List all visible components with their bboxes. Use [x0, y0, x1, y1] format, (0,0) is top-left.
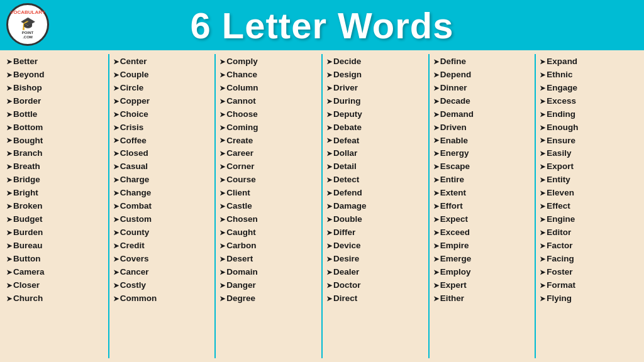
header: VOCABULARY 🎓 POINT.COM 6 Letter Words — [0, 0, 644, 50]
word-text: Damage — [333, 200, 367, 213]
column-4: ➤Decide➤Design➤Driver➤During➤Deputy➤Deba… — [323, 54, 430, 358]
word-item: ➤Depend — [433, 69, 531, 82]
arrow-icon: ➤ — [326, 135, 332, 146]
arrow-icon: ➤ — [6, 109, 12, 120]
word-item: ➤Button — [6, 253, 104, 266]
word-item: ➤Credit — [113, 239, 211, 253]
word-text: Easily — [547, 147, 571, 160]
word-item: ➤Course — [219, 173, 318, 187]
word-text: Design — [333, 69, 362, 82]
arrow-icon: ➤ — [540, 267, 545, 278]
word-item: ➤Driver — [326, 82, 425, 95]
word-text: Device — [333, 239, 361, 253]
word-text: Emerge — [440, 253, 472, 266]
word-text: Better — [13, 55, 38, 69]
arrow-icon: ➤ — [540, 109, 545, 120]
word-item: ➤Excess — [540, 95, 638, 108]
word-text: Extent — [440, 187, 466, 200]
word-item: ➤Beyond — [6, 69, 104, 82]
word-text: Bought — [13, 134, 43, 148]
arrow-icon: ➤ — [219, 228, 225, 238]
word-text: Dinner — [440, 82, 467, 95]
word-item: ➤Career — [219, 147, 318, 160]
word-text: Facing — [547, 253, 574, 266]
arrow-icon: ➤ — [326, 148, 332, 159]
word-text: Defend — [333, 187, 362, 200]
word-item: ➤Damage — [326, 200, 425, 213]
word-item: ➤Defeat — [326, 134, 425, 148]
word-text: Expand — [547, 55, 577, 69]
arrow-icon: ➤ — [6, 188, 12, 199]
word-item: ➤Foster — [540, 266, 638, 279]
word-text: County — [120, 226, 150, 239]
word-text: Differ — [333, 226, 355, 239]
word-text: Exceed — [440, 226, 470, 239]
word-item: ➤Breath — [6, 160, 104, 173]
word-text: Church — [13, 292, 43, 305]
word-item: ➤Ensure — [540, 134, 638, 148]
word-text: Column — [226, 82, 258, 95]
word-item: ➤Dollar — [326, 147, 425, 160]
word-item: ➤Effect — [540, 200, 638, 213]
arrow-icon: ➤ — [433, 109, 439, 120]
arrow-icon: ➤ — [433, 241, 439, 251]
word-item: ➤Engage — [540, 82, 638, 95]
word-item: ➤Design — [326, 69, 425, 82]
word-text: Dollar — [333, 147, 357, 160]
arrow-icon: ➤ — [433, 188, 439, 199]
word-text: Define — [440, 55, 466, 69]
arrow-icon: ➤ — [433, 96, 439, 107]
word-text: Carbon — [226, 239, 256, 253]
content-area: ➤Better➤Beyond➤Bishop➤Border➤Bottle➤Bott… — [0, 50, 644, 362]
arrow-icon: ➤ — [219, 293, 225, 304]
word-text: Empire — [440, 239, 469, 253]
word-item: ➤Degree — [219, 292, 318, 305]
word-item: ➤Enough — [540, 121, 638, 134]
word-text: Change — [120, 187, 152, 200]
arrow-icon: ➤ — [433, 267, 439, 278]
word-item: ➤Coffee — [113, 134, 211, 148]
word-text: Comply — [226, 55, 258, 69]
word-item: ➤Copper — [113, 95, 211, 108]
word-text: Choose — [226, 108, 258, 121]
arrow-icon: ➤ — [433, 201, 439, 212]
word-text: Expert — [440, 279, 467, 292]
word-item: ➤Combat — [113, 200, 211, 213]
arrow-icon: ➤ — [433, 148, 439, 159]
word-item: ➤Editor — [540, 226, 638, 239]
arrow-icon: ➤ — [113, 83, 119, 94]
arrow-icon: ➤ — [326, 175, 332, 185]
word-item: ➤Circle — [113, 82, 211, 95]
word-text: Beyond — [13, 69, 45, 82]
word-text: Factor — [547, 239, 572, 253]
word-item: ➤Either — [433, 292, 531, 305]
arrow-icon: ➤ — [540, 70, 545, 80]
word-item: ➤Closer — [6, 279, 104, 292]
arrow-icon: ➤ — [326, 228, 332, 238]
word-text: Bottle — [13, 108, 37, 121]
word-text: Engine — [547, 213, 575, 226]
word-item: ➤Domain — [219, 266, 318, 279]
arrow-icon: ➤ — [540, 57, 545, 67]
arrow-icon: ➤ — [6, 254, 12, 265]
arrow-icon: ➤ — [433, 254, 439, 265]
word-text: Depend — [440, 69, 472, 82]
arrow-icon: ➤ — [219, 162, 225, 172]
arrow-icon: ➤ — [6, 83, 12, 94]
word-text: Employ — [440, 266, 471, 279]
word-text: Closer — [13, 279, 40, 292]
arrow-icon: ➤ — [433, 123, 439, 133]
arrow-icon: ➤ — [113, 135, 119, 146]
word-text: Demand — [440, 108, 474, 121]
word-text: Danger — [226, 279, 256, 292]
word-text: Border — [13, 95, 41, 108]
word-item: ➤Dealer — [326, 266, 425, 279]
word-item: ➤Doctor — [326, 279, 425, 292]
arrow-icon: ➤ — [540, 96, 545, 107]
logo-vocab: VOCABULARY — [10, 9, 45, 16]
arrow-icon: ➤ — [219, 83, 225, 94]
word-item: ➤Flying — [540, 292, 638, 305]
word-item: ➤Entire — [433, 173, 531, 187]
arrow-icon: ➤ — [540, 188, 545, 199]
arrow-icon: ➤ — [433, 293, 439, 304]
